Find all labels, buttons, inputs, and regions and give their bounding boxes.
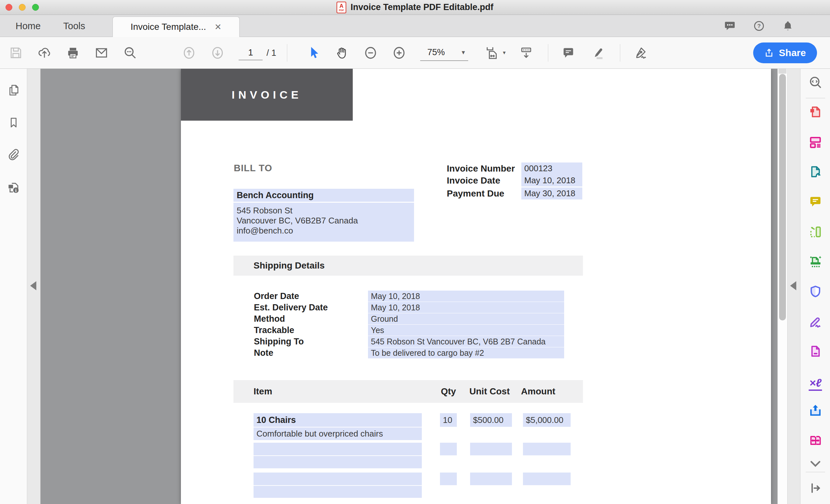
prepare-form-icon[interactable] bbox=[808, 344, 822, 360]
item-unit-cost-field[interactable] bbox=[470, 473, 512, 485]
document-canvas[interactable]: INVOICE BILL TO Bench Accounting 545 Rob… bbox=[40, 69, 777, 504]
item-qty-field[interactable] bbox=[440, 443, 457, 455]
scan-and-ocr-icon[interactable] bbox=[808, 255, 823, 270]
hide-toolbar-icon[interactable] bbox=[519, 45, 533, 60]
item-name-field[interactable] bbox=[254, 443, 422, 455]
open-tools-panel-icon[interactable] bbox=[808, 481, 823, 497]
share-button[interactable]: Share bbox=[753, 42, 817, 63]
shipping-row: Note To be delivered to cargo bay #2 bbox=[254, 347, 564, 358]
item-amount-field[interactable]: $5,000.00 bbox=[523, 413, 571, 427]
help-icon[interactable]: ? bbox=[753, 20, 765, 32]
item-unit-cost-field[interactable] bbox=[470, 443, 512, 455]
note-field[interactable]: To be delivered to cargo bay #2 bbox=[368, 347, 564, 358]
bill-to-address-field[interactable]: 545 Robson St Vancouver BC, V6B2B7 Canad… bbox=[233, 203, 414, 242]
attachments-icon[interactable] bbox=[7, 148, 21, 163]
invoice-number-label: Invoice Number bbox=[447, 163, 521, 174]
payment-due-field[interactable]: May 30, 2018 bbox=[521, 187, 582, 199]
fit-width-icon[interactable] bbox=[485, 45, 500, 60]
compare-files-icon[interactable] bbox=[808, 433, 823, 449]
fit-width-caret-icon[interactable]: ▾ bbox=[503, 49, 506, 56]
request-signatures-icon[interactable]: ×ℓ bbox=[808, 377, 822, 388]
trackable-label: Trackable bbox=[254, 325, 368, 336]
share-button-label: Share bbox=[779, 48, 806, 58]
combine-files-icon[interactable] bbox=[808, 135, 823, 151]
zoom-window-button[interactable] bbox=[32, 4, 39, 11]
hand-tool-icon[interactable] bbox=[335, 45, 349, 60]
print-icon[interactable] bbox=[66, 46, 80, 60]
search-icon[interactable] bbox=[123, 46, 137, 60]
expand-right-panel-icon[interactable] bbox=[790, 281, 796, 290]
item-description-field[interactable] bbox=[254, 486, 422, 498]
invoice-meta: Invoice Number 000123 Invoice Date May 1… bbox=[447, 162, 582, 199]
standards-info-icon[interactable]: i bbox=[6, 180, 21, 196]
tab-document-label: Invoice Template... bbox=[131, 22, 206, 32]
organize-pages-icon[interactable] bbox=[808, 225, 823, 240]
vertical-scrollbar[interactable] bbox=[777, 69, 787, 504]
item-name-field[interactable]: 10 Chairs bbox=[254, 413, 422, 427]
est-delivery-date-field[interactable]: May 10, 2018 bbox=[368, 302, 564, 313]
shipping-to-field[interactable]: 545 Robson St Vancouver BC, V6B 2B7 Cana… bbox=[368, 336, 564, 347]
export-pdf-icon[interactable] bbox=[808, 165, 823, 180]
send-for-review-icon[interactable] bbox=[808, 403, 823, 419]
order-date-label: Order Date bbox=[254, 291, 368, 302]
save-icon[interactable] bbox=[9, 46, 23, 60]
item-amount-field[interactable] bbox=[523, 443, 571, 455]
meta-row: Invoice Number 000123 bbox=[447, 162, 582, 175]
zoom-level-dropdown[interactable]: 75% ▾ bbox=[420, 44, 468, 61]
shipping-row: Trackable Yes bbox=[254, 325, 564, 336]
close-window-button[interactable] bbox=[5, 4, 12, 11]
svg-text:?: ? bbox=[757, 23, 761, 29]
search-document-icon[interactable] bbox=[808, 75, 823, 91]
tab-tools[interactable]: Tools bbox=[63, 15, 85, 37]
item-description-field[interactable] bbox=[254, 456, 422, 468]
item-unit-cost-field[interactable]: $500.00 bbox=[470, 413, 512, 427]
previous-page-icon[interactable] bbox=[182, 45, 196, 60]
item-name-field[interactable] bbox=[254, 473, 422, 485]
page-number-input[interactable]: 1 bbox=[238, 45, 263, 60]
item-qty-field[interactable]: 10 bbox=[440, 413, 457, 427]
collapse-left-panel-icon[interactable] bbox=[30, 281, 36, 290]
shipping-details-header: Shipping Details bbox=[233, 256, 583, 276]
cloud-upload-icon[interactable] bbox=[37, 46, 52, 60]
item-description-field[interactable]: Comfortable but overpriced chairs bbox=[254, 428, 422, 440]
shipping-row: Method Ground bbox=[254, 313, 564, 324]
order-date-field[interactable]: May 10, 2018 bbox=[368, 291, 564, 302]
tab-document[interactable]: Invoice Template... ✕ bbox=[113, 17, 240, 37]
page-thumbnails-icon[interactable] bbox=[7, 83, 21, 99]
scrollbar-top-cap bbox=[778, 69, 787, 74]
create-pdf-icon[interactable] bbox=[808, 105, 823, 120]
minimize-window-button[interactable] bbox=[19, 4, 26, 11]
invoice-number-field[interactable]: 000123 bbox=[521, 162, 582, 175]
comment-tool-panel-icon[interactable] bbox=[808, 195, 823, 210]
invoice-date-field[interactable]: May 10, 2018 bbox=[521, 175, 582, 187]
item-amount-field[interactable] bbox=[523, 473, 571, 485]
toolbar-divider bbox=[287, 44, 287, 62]
method-field[interactable]: Ground bbox=[368, 313, 564, 324]
trackable-field[interactable]: Yes bbox=[368, 325, 564, 336]
bookmarks-icon[interactable] bbox=[7, 116, 20, 131]
more-tools-chevron-icon[interactable] bbox=[808, 459, 823, 471]
highlight-tool-icon[interactable] bbox=[590, 45, 605, 60]
next-page-icon[interactable] bbox=[211, 45, 225, 60]
select-tool-icon[interactable] bbox=[307, 45, 321, 60]
tab-close-icon[interactable]: ✕ bbox=[215, 22, 222, 32]
feedback-icon[interactable] bbox=[724, 20, 736, 32]
protect-icon[interactable] bbox=[808, 284, 823, 300]
scrollbar-thumb[interactable] bbox=[779, 74, 786, 320]
zoom-in-icon[interactable] bbox=[392, 45, 406, 60]
item-qty-field[interactable] bbox=[440, 473, 457, 485]
acrobat-window: A PDF Invoice Template PDF Editable.pdf … bbox=[0, 0, 830, 504]
shipping-row: Est. Delivery Date May 10, 2018 bbox=[254, 302, 564, 313]
sign-tool-icon[interactable] bbox=[633, 45, 648, 60]
comment-tool-icon[interactable] bbox=[561, 45, 575, 60]
zoom-out-icon[interactable] bbox=[363, 45, 378, 60]
email-icon[interactable] bbox=[94, 46, 109, 60]
address-line-2: Vancouver BC, V6B2B7 Canada bbox=[237, 216, 414, 226]
request-signatures-glyph: ×ℓ bbox=[808, 377, 822, 391]
notifications-bell-icon[interactable] bbox=[782, 20, 794, 32]
bill-to-name-field[interactable]: Bench Accounting bbox=[233, 189, 414, 202]
invoice-date-label: Invoice Date bbox=[447, 176, 521, 186]
tab-home[interactable]: Home bbox=[15, 15, 40, 37]
fill-and-sign-icon[interactable] bbox=[808, 314, 823, 330]
tab-bar: Home Tools Invoice Template... ✕ ? bbox=[0, 15, 830, 37]
